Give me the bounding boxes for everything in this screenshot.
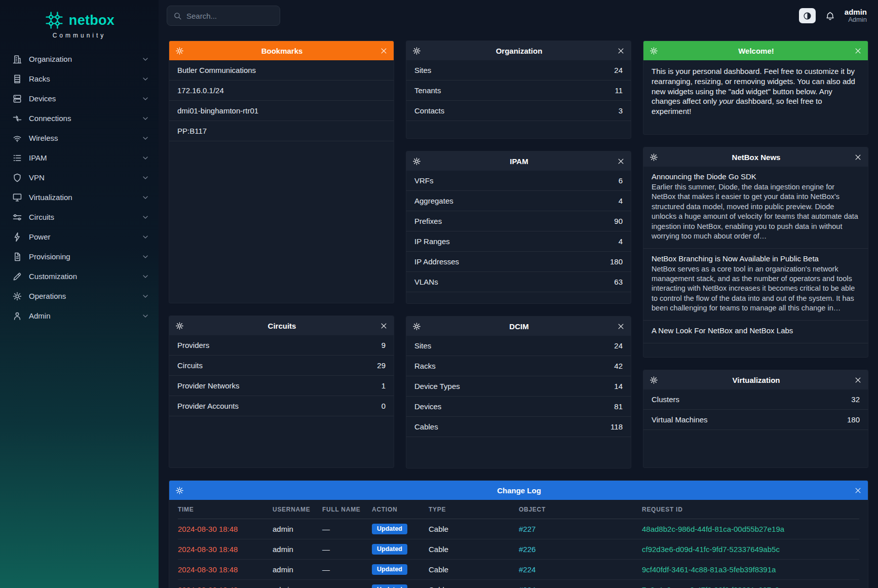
cell-object-link[interactable]: #227 <box>519 525 642 533</box>
gear-icon[interactable] <box>175 486 184 495</box>
stat-row: Virtual Machines180 <box>643 410 868 430</box>
chevron-down-icon <box>141 312 149 320</box>
brand-subtitle: Community <box>0 32 159 39</box>
widget-bookmarks-header: Bookmarks <box>169 41 394 60</box>
sidebar-item-customization[interactable]: Customization <box>0 266 159 286</box>
bookmark-item[interactable]: 172.16.0.1/24 <box>169 81 394 101</box>
sidebar-item-power[interactable]: Power <box>0 227 159 247</box>
sidebar-item-connections[interactable]: Connections <box>0 108 159 128</box>
notifications-button[interactable] <box>824 10 836 22</box>
close-icon[interactable] <box>380 47 388 55</box>
column-header: TIME <box>178 506 273 513</box>
cell-object-link[interactable]: #226 <box>519 545 642 554</box>
chevron-down-icon <box>141 114 149 123</box>
change-log-row: 2024-08-30 18:48admin—UpdatedCable#22748… <box>178 519 859 539</box>
news-headline-link[interactable]: A New Look For NetBox and NetBox Labs <box>652 326 860 335</box>
sidebar-item-organization[interactable]: Organization <box>0 49 159 69</box>
close-icon[interactable] <box>854 376 862 384</box>
close-icon[interactable] <box>617 158 625 165</box>
cell-time-link[interactable]: 2024-08-30 18:48 <box>178 525 273 533</box>
cell-request-id-link[interactable]: 9cf40fdf-3461-4c88-81a3-5feb39f8391a <box>642 565 859 574</box>
news-item: Announcing the Diode Go SDKEarlier this … <box>643 167 868 249</box>
cell-object-link[interactable]: #224 <box>519 565 642 574</box>
stat-row: Prefixes90 <box>406 211 631 231</box>
sidebar-item-label: Virtualization <box>29 193 141 202</box>
widget-bookmarks: Bookmarks Butler Communications172.16.0.… <box>169 41 394 303</box>
stat-label[interactable]: Device Types <box>414 382 460 390</box>
news-item: A New Look For NetBox and NetBox Labs <box>643 321 868 343</box>
gear-icon[interactable] <box>412 157 421 166</box>
stat-label[interactable]: Tenants <box>414 86 441 95</box>
sidebar-item-vpn[interactable]: VPN <box>0 168 159 187</box>
cell-time-link[interactable]: 2024-08-30 18:48 <box>178 545 273 554</box>
theme-toggle-button[interactable] <box>799 8 816 23</box>
sidebar-item-racks[interactable]: Racks <box>0 69 159 89</box>
stat-label[interactable]: Providers <box>177 341 209 349</box>
close-icon[interactable] <box>617 323 625 330</box>
sidebar-item-operations[interactable]: Operations <box>0 286 159 306</box>
stat-label[interactable]: VRFs <box>414 176 434 185</box>
sidebar-item-wireless[interactable]: Wireless <box>0 128 159 148</box>
gear-icon[interactable] <box>412 322 421 331</box>
gear-icon[interactable] <box>650 153 658 162</box>
sidebar-item-ipam[interactable]: IPAM <box>0 148 159 168</box>
sidebar-item-label: IPAM <box>29 153 141 162</box>
gear-icon[interactable] <box>175 47 184 55</box>
cell-request-id-link[interactable]: 48ad8b2c-986d-44fd-81ca-00d55b27e19a <box>642 525 859 533</box>
cell-request-id-link[interactable]: 7e3c4e9c-aae0-47f2-98f6-f88301c007c9 <box>642 585 859 588</box>
bookmark-item[interactable]: Butler Communications <box>169 60 394 81</box>
gear-icon[interactable] <box>650 376 658 384</box>
stat-label[interactable]: Provider Accounts <box>177 402 239 410</box>
stat-label[interactable]: Racks <box>414 362 436 370</box>
close-icon[interactable] <box>854 47 862 55</box>
stat-value: 63 <box>614 278 623 286</box>
stat-label[interactable]: Clusters <box>652 395 679 404</box>
search-box[interactable] <box>167 6 280 26</box>
stat-label[interactable]: IP Addresses <box>414 257 459 266</box>
cell-object-link[interactable]: #224 <box>519 585 642 588</box>
stat-label[interactable]: Sites <box>414 66 431 74</box>
stat-label[interactable]: Circuits <box>177 361 203 370</box>
netbox-logo[interactable]: netbox Community <box>0 6 159 49</box>
gear-icon[interactable] <box>412 47 421 55</box>
cell-time-link[interactable]: 2024-08-30 18:48 <box>178 565 273 574</box>
stat-label[interactable]: Virtual Machines <box>652 415 708 424</box>
close-icon[interactable] <box>854 487 862 494</box>
stat-label[interactable]: VLANs <box>414 278 438 286</box>
close-icon[interactable] <box>617 47 625 55</box>
sidebar-item-label: Wireless <box>29 134 141 142</box>
bookmark-item[interactable]: PP:B117 <box>169 121 394 141</box>
search-input[interactable] <box>186 12 274 20</box>
close-icon[interactable] <box>380 322 388 330</box>
bookmark-item[interactable]: dmi01-binghamton-rtr01 <box>169 101 394 121</box>
stat-label[interactable]: Aggregates <box>414 197 453 205</box>
sidebar-item-virtualization[interactable]: Virtualization <box>0 187 159 207</box>
cell-time-link[interactable]: 2024-08-30 18:43 <box>178 585 273 588</box>
user-menu[interactable]: admin Admin <box>845 8 867 24</box>
stat-label[interactable]: IP Ranges <box>414 237 450 246</box>
stat-value: 180 <box>610 257 623 266</box>
sidebar-item-circuits[interactable]: Circuits <box>0 207 159 227</box>
gear-icon[interactable] <box>650 47 658 55</box>
cell-request-id-link[interactable]: cf92d3e6-d09d-41fc-9fd7-52337649ab5c <box>642 545 859 554</box>
widget-organization-header: Organization <box>406 41 631 60</box>
gear-icon[interactable] <box>175 322 184 330</box>
sidebar-item-label: Circuits <box>29 213 141 221</box>
change-log-row: 2024-08-30 18:48admin—UpdatedCable#226cf… <box>178 539 859 560</box>
stat-label[interactable]: Devices <box>414 402 441 411</box>
stat-label[interactable]: Cables <box>414 422 438 431</box>
sidebar-item-devices[interactable]: Devices <box>0 89 159 108</box>
sidebar-item-label: Organization <box>29 55 141 63</box>
stat-value: 24 <box>614 66 623 74</box>
news-headline-link[interactable]: Announcing the Diode Go SDK <box>652 172 860 181</box>
stat-label[interactable]: Prefixes <box>414 217 442 225</box>
sidebar-item-admin[interactable]: Admin <box>0 306 159 326</box>
sidebar-item-provisioning[interactable]: Provisioning <box>0 247 159 266</box>
close-icon[interactable] <box>854 153 862 161</box>
stat-label[interactable]: Provider Networks <box>177 381 240 390</box>
stat-label[interactable]: Contacts <box>414 106 444 115</box>
stat-value: 180 <box>847 415 860 424</box>
sidebar-item-label: Provisioning <box>29 252 141 261</box>
news-headline-link[interactable]: NetBox Branching is Now Available in Pub… <box>652 254 860 263</box>
stat-label[interactable]: Sites <box>414 341 431 350</box>
